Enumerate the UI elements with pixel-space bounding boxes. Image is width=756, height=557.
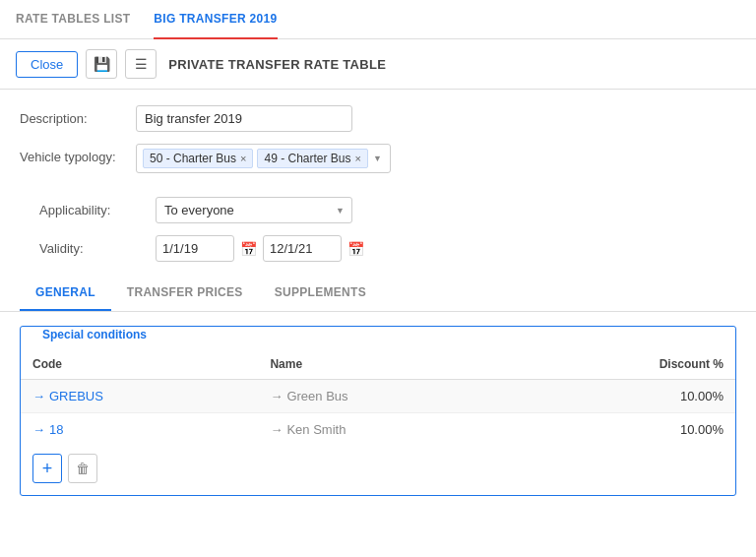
description-label: Description: [20, 105, 128, 126]
delete-icon: 🗑 [76, 461, 90, 476]
calendar-to-icon[interactable]: 📅 [347, 241, 364, 257]
date-from-input[interactable] [156, 235, 234, 262]
arrow-icon: → [32, 389, 45, 403]
table-row: → 18 → Ken Smith 10.00% [21, 413, 735, 447]
row1-code-link[interactable]: → GREBUS [32, 389, 246, 403]
vehicle-row: Vehicle typology: 50 - Charter Bus × 49 … [20, 144, 391, 173]
table-row: → GREBUS → Green Bus 10.00% [21, 380, 735, 413]
menu-icon: ☰ [135, 56, 148, 72]
validity-row: Validity: 📅 📅 [39, 235, 364, 262]
description-row: Description: [20, 105, 391, 132]
row2-code-link[interactable]: → 18 [32, 422, 246, 437]
close-button[interactable]: Close [16, 51, 78, 78]
tab-supplements[interactable]: SUPPLEMENTS [259, 276, 382, 311]
validity-dates: 📅 📅 [156, 235, 364, 262]
description-input[interactable] [136, 105, 352, 132]
row2-discount: 10.00% [514, 413, 735, 447]
tab-rate-tables-list[interactable]: RATE TABLES LIST [16, 0, 130, 39]
row2-name-content: → Ken Smith [270, 422, 502, 437]
tag-49-remove[interactable]: × [355, 154, 361, 164]
bottom-actions: + 🗑 [21, 446, 735, 483]
tab-big-transfer-2019[interactable]: BIG TRANSFER 2019 [154, 0, 277, 39]
conditions-table: Code Name Discount % → GREBUS → Green Bu… [21, 349, 735, 446]
arrow-icon: → [32, 422, 45, 437]
form-area: Description: Vehicle typology: 50 - Char… [0, 90, 756, 272]
conditions-title: Special conditions [21, 327, 735, 341]
form-col-left: Description: Vehicle typology: 50 - Char… [20, 105, 391, 173]
row1-name: → Green Bus [258, 380, 514, 413]
col-discount: Discount % [514, 349, 735, 380]
special-conditions-box: Special conditions Code Name Discount % … [20, 326, 736, 496]
applicability-select[interactable]: To everyone [156, 197, 352, 223]
top-nav: RATE TABLES LIST BIG TRANSFER 2019 [0, 0, 756, 39]
date-to-input[interactable] [263, 235, 342, 262]
form-col-right: Applicability: To everyone Validity: 📅 📅 [39, 197, 364, 262]
row2-code: → 18 [21, 413, 258, 447]
arrow-grey-icon: → [270, 389, 283, 403]
tag-50: 50 - Charter Bus × [143, 149, 253, 168]
toolbar-title: PRIVATE TRANSFER RATE TABLE [168, 57, 386, 72]
section-tabs: GENERAL TRANSFER PRICES SUPPLEMENTS [0, 276, 756, 312]
validity-label: Validity: [39, 235, 148, 256]
tag-49-label: 49 - Charter Bus [264, 152, 350, 165]
tab-general[interactable]: GENERAL [20, 276, 111, 311]
add-row-button[interactable]: + [32, 454, 62, 483]
applicability-row: Applicability: To everyone [39, 197, 364, 223]
delete-row-button[interactable]: 🗑 [68, 454, 97, 483]
save-icon: 💾 [94, 56, 110, 72]
tag-49: 49 - Charter Bus × [257, 149, 367, 168]
vehicle-label: Vehicle typology: [20, 144, 128, 164]
vehicle-typology-select[interactable]: 50 - Charter Bus × 49 - Charter Bus × [136, 144, 391, 173]
menu-button[interactable]: ☰ [125, 49, 157, 79]
tag-50-remove[interactable]: × [240, 154, 246, 164]
row1-name-content: → Green Bus [270, 389, 502, 403]
row1-code: → GREBUS [21, 380, 258, 413]
row1-discount: 10.00% [514, 380, 735, 413]
applicability-select-wrapper: To everyone [156, 197, 352, 223]
tag-50-label: 50 - Charter Bus [150, 152, 236, 165]
applicability-label: Applicability: [39, 197, 148, 217]
toolbar: Close 💾 ☰ PRIVATE TRANSFER RATE TABLE [0, 39, 756, 90]
col-name: Name [258, 349, 514, 380]
save-button[interactable]: 💾 [86, 49, 117, 79]
row2-name: → Ken Smith [258, 413, 514, 447]
col-code: Code [21, 349, 258, 380]
arrow-grey-icon: → [270, 422, 283, 437]
tab-transfer-prices[interactable]: TRANSFER PRICES [111, 276, 259, 311]
table-header-row: Code Name Discount % [21, 349, 735, 380]
calendar-from-icon[interactable]: 📅 [240, 241, 257, 257]
